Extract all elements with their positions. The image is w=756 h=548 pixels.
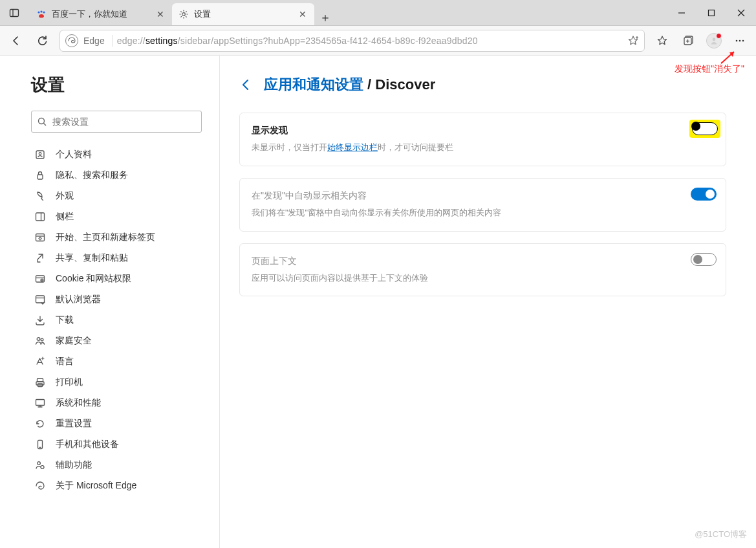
sidebar-item[interactable]: 默认浏览器 [31, 289, 206, 310]
sidebar-item-label: 家庭安全 [56, 335, 92, 347]
sidebar-item[interactable]: 重置设置 [31, 413, 206, 434]
nav-icon [34, 149, 47, 160]
address-bar[interactable]: Edge edge://settings/sidebar/appSettings… [59, 30, 645, 52]
nav-icon [34, 211, 47, 223]
card-title: 在"发现"中自动显示相关内容 [252, 190, 696, 202]
nav-icon [34, 459, 47, 471]
gear-icon [178, 9, 189, 19]
tab-settings[interactable]: 设置 ✕ [172, 3, 314, 25]
minimize-button[interactable] [667, 0, 697, 25]
url-text: edge://settings/sidebar/appSettings?hubA… [117, 36, 627, 46]
avatar [706, 33, 722, 49]
svg-rect-40 [38, 378, 43, 382]
search-input[interactable] [47, 116, 196, 127]
back-button[interactable] [4, 28, 28, 53]
sidebar-item[interactable]: 开始、主页和新建标签页 [31, 227, 206, 248]
sidebar-item[interactable]: 系统和性能 [31, 393, 206, 413]
nav-icon [34, 294, 47, 305]
refresh-button[interactable] [30, 28, 54, 53]
sidebar-item[interactable]: 关于 Microsoft Edge [31, 476, 206, 496]
sidebar-item[interactable]: 共享、复制和粘贴 [31, 248, 206, 269]
sidebar-item[interactable]: Cookie 和网站权限 [31, 269, 206, 289]
sidebar-item[interactable]: 隐私、搜索和服务 [31, 165, 206, 186]
settings-sidebar: 设置 个人资料隐私、搜索和服务外观侧栏开始、主页和新建标签页共享、复制和粘贴Co… [0, 56, 220, 548]
tab-actions-button[interactable] [0, 0, 28, 25]
sidebar-item[interactable]: 手机和其他设备 [31, 434, 206, 455]
tabs-icon [9, 8, 19, 18]
new-tab-button[interactable]: ＋ [314, 10, 336, 25]
breadcrumb-back-button[interactable] [239, 78, 254, 92]
toggle-show-discover[interactable] [692, 122, 718, 135]
nav-icon [34, 273, 47, 285]
svg-point-4 [43, 11, 45, 13]
toggle-page-context[interactable] [691, 253, 717, 266]
svg-point-39 [41, 338, 43, 341]
sidebar-item[interactable]: 外观 [31, 186, 206, 206]
sidebar-item-label: 共享、复制和粘贴 [56, 252, 128, 264]
always-show-sidebar-link[interactable]: 始终显示边栏 [327, 143, 378, 152]
settings-search[interactable] [31, 111, 202, 133]
nav-icon [34, 335, 47, 347]
tab-close-button[interactable]: ✕ [155, 9, 166, 19]
svg-rect-0 [10, 9, 19, 16]
nav-icon [34, 480, 47, 492]
sidebar-item[interactable]: 打印机 [31, 372, 206, 393]
svg-point-5 [182, 13, 186, 16]
sidebar-item[interactable]: 家庭安全 [31, 331, 206, 351]
window-controls [667, 0, 756, 25]
sidebar-item-label: 系统和性能 [56, 397, 101, 409]
sidebar-item[interactable]: 语言 [31, 351, 206, 372]
tab-close-button[interactable]: ✕ [297, 9, 308, 19]
close-window-button[interactable] [726, 0, 756, 25]
breadcrumb: 应用和通知设置 / Discover [239, 75, 726, 94]
sidebar-item[interactable]: 辅助功能 [31, 455, 206, 476]
card-subtitle: 未显示时，仅当打开始终显示边栏时，才可访问提要栏 [252, 142, 696, 154]
toggle-auto-show[interactable] [691, 188, 717, 201]
nav-icon [34, 314, 47, 326]
edge-icon [65, 34, 78, 47]
svg-point-49 [41, 466, 44, 469]
sidebar-item-label: 下载 [56, 314, 74, 326]
card-title: 显示发现 [252, 125, 696, 137]
watermark: @51CTO博客 [695, 529, 747, 540]
svg-rect-7 [709, 10, 715, 16]
svg-point-18 [742, 39, 744, 41]
highlight-box [689, 120, 720, 138]
sidebar-item[interactable]: 下载 [31, 310, 206, 331]
page-title: 设置 [31, 74, 206, 96]
nav-icon [34, 418, 47, 430]
sidebar-item-label: 隐私、搜索和服务 [56, 170, 128, 181]
breadcrumb-link[interactable]: 应用和通知设置 [264, 76, 363, 93]
tab-strip: 百度一下，你就知道 ✕ 设置 ✕ ＋ [28, 0, 667, 25]
svg-marker-20 [729, 52, 734, 57]
favorites-button[interactable] [650, 28, 675, 53]
sidebar-item-label: 辅助功能 [56, 459, 92, 471]
search-icon [37, 116, 47, 127]
sidebar-item-label: 手机和其他设备 [56, 439, 119, 450]
nav-icon [34, 356, 47, 367]
baidu-favicon [36, 9, 47, 19]
svg-point-15 [713, 38, 716, 41]
site-identity: Edge [83, 36, 105, 46]
sidebar-item-label: 默认浏览器 [56, 294, 101, 305]
arrow-icon [718, 49, 738, 65]
breadcrumb-current: Discover [375, 76, 435, 93]
card-page-context: 页面上下文 应用可以访问页面内容以提供基于上下文的体验 [239, 243, 726, 297]
nav-icon [34, 190, 47, 202]
svg-point-48 [38, 462, 41, 465]
svg-rect-25 [38, 175, 43, 179]
svg-point-21 [39, 118, 45, 124]
card-title: 页面上下文 [252, 256, 696, 267]
title-bar: 百度一下，你就知道 ✕ 设置 ✕ ＋ [0, 0, 756, 26]
nav-icon [34, 439, 47, 450]
maximize-button[interactable] [697, 0, 726, 25]
favorite-star-icon[interactable] [627, 35, 639, 47]
annotation-text: 发现按钮"消失了" [675, 63, 744, 75]
svg-line-22 [44, 124, 47, 126]
nav-icon [34, 170, 47, 181]
card-auto-show-content: 在"发现"中自动显示相关内容 我们将在"发现"窗格中自动向你显示有关你所使用的网… [239, 178, 726, 232]
sidebar-item[interactable]: 侧栏 [31, 206, 206, 227]
sidebar-item[interactable]: 个人资料 [31, 144, 206, 165]
tab-baidu[interactable]: 百度一下，你就知道 ✕ [30, 3, 172, 25]
sidebar-item-label: 开始、主页和新建标签页 [56, 232, 155, 243]
